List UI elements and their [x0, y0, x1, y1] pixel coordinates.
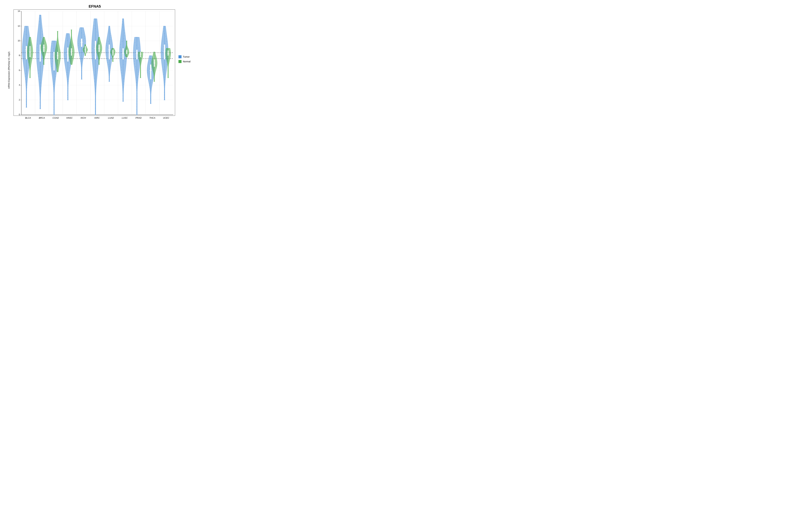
chart-inner: mRNA Expression (RNASeq V2, log2) 024681…: [4, 9, 175, 124]
svg-rect-251: [68, 84, 68, 84]
x-label-ucec: UCEC: [159, 117, 173, 119]
svg-rect-572: [126, 55, 126, 55]
svg-rect-38: [26, 79, 26, 79]
svg-rect-308: [71, 31, 71, 31]
svg-rect-722: [153, 71, 153, 71]
svg-rect-344: [80, 29, 80, 30]
svg-rect-333: [82, 49, 83, 49]
svg-rect-759: [163, 72, 163, 72]
svg-rect-697: [149, 69, 150, 69]
svg-rect-108: [41, 83, 41, 83]
svg-rect-415: [94, 25, 94, 25]
svg-rect-246: [67, 95, 68, 96]
svg-rect-271: [66, 38, 66, 38]
svg-rect-391: [95, 105, 95, 105]
svg-rect-426: [99, 62, 99, 63]
svg-rect-451: [98, 39, 99, 39]
x-label-thca: THCA: [146, 117, 159, 119]
svg-rect-607: [137, 107, 137, 107]
svg-rect-91: [29, 40, 30, 40]
svg-rect-584: [128, 48, 128, 48]
svg-rect-773: [165, 36, 166, 37]
svg-rect-611: [137, 96, 137, 96]
svg-rect-303: [71, 37, 72, 37]
svg-rect-395: [96, 92, 96, 92]
svg-rect-682: [151, 94, 151, 94]
svg-rect-304: [71, 36, 72, 36]
svg-rect-164: [43, 38, 43, 38]
svg-rect-367: [87, 50, 88, 50]
svg-text:14: 14: [18, 10, 20, 12]
svg-rect-269: [69, 43, 69, 43]
svg-rect-198: [53, 48, 54, 49]
svg-rect-623: [134, 64, 135, 64]
svg-rect-488: [108, 28, 109, 28]
svg-rect-776: [163, 29, 164, 29]
svg-rect-686: [150, 87, 150, 87]
svg-rect-535: [123, 93, 123, 93]
svg-rect-327: [80, 59, 81, 60]
svg-rect-809: [169, 52, 169, 53]
svg-rect-734: [155, 59, 155, 59]
svg-text:0: 0: [19, 113, 20, 116]
svg-rect-534: [123, 96, 123, 96]
plot-and-xaxis: 02468101214 BLCABRCACOADHNSCKICHKIRCLUAD…: [13, 9, 175, 124]
svg-rect-287: [73, 56, 73, 56]
svg-rect-592: [127, 44, 127, 44]
svg-rect-102: [40, 102, 40, 103]
svg-rect-147: [42, 54, 43, 54]
svg-rect-670: [140, 52, 141, 57]
svg-rect-106: [41, 89, 41, 90]
svg-text:4: 4: [19, 84, 20, 86]
svg-rect-118: [38, 50, 39, 51]
svg-rect-55: [24, 32, 25, 32]
svg-rect-562: [122, 48, 124, 59]
svg-rect-285: [72, 58, 72, 59]
svg-rect-726: [156, 67, 156, 67]
svg-rect-435: [97, 54, 98, 54]
svg-rect-526: [112, 50, 113, 56]
svg-rect-727: [156, 66, 157, 66]
svg-rect-506: [112, 57, 113, 57]
svg-rect-733: [153, 60, 154, 60]
svg-rect-452: [98, 38, 99, 38]
svg-rect-449: [100, 41, 100, 41]
svg-rect-755: [165, 82, 165, 82]
x-label-prad: PRAD: [132, 117, 146, 119]
svg-rect-182: [53, 89, 54, 90]
svg-rect-379: [85, 45, 85, 46]
svg-rect-80: [32, 55, 32, 56]
svg-rect-436: [98, 53, 98, 53]
svg-rect-768: [161, 49, 162, 49]
svg-rect-720: [154, 73, 155, 73]
svg-rect-554: [124, 39, 124, 39]
svg-rect-228: [56, 44, 57, 44]
svg-rect-127: [39, 21, 40, 22]
svg-rect-79: [32, 57, 32, 57]
svg-rect-282: [70, 62, 70, 62]
svg-rect-56: [24, 29, 25, 29]
svg-rect-485: [110, 34, 110, 34]
svg-rect-510: [113, 55, 114, 55]
svg-rect-213: [58, 65, 58, 65]
svg-rect-521: [114, 50, 114, 50]
svg-rect-373: [85, 48, 85, 48]
svg-rect-125: [41, 28, 42, 28]
svg-rect-767: [161, 51, 162, 52]
svg-rect-444: [97, 46, 97, 46]
svg-rect-67: [30, 73, 30, 74]
svg-rect-146: [43, 55, 43, 55]
svg-rect-516: [111, 52, 111, 53]
svg-rect-128: [39, 18, 39, 18]
svg-rect-766: [163, 54, 163, 54]
svg-rect-620: [138, 72, 138, 72]
svg-rect-160: [45, 42, 46, 42]
svg-rect-210: [57, 69, 57, 69]
svg-rect-53: [28, 37, 28, 38]
svg-rect-192: [51, 64, 52, 64]
svg-rect-224: [59, 49, 59, 50]
svg-rect-190: [53, 69, 53, 69]
svg-rect-430: [99, 59, 100, 59]
svg-rect-571: [125, 55, 126, 56]
svg-rect-642: [140, 76, 140, 76]
